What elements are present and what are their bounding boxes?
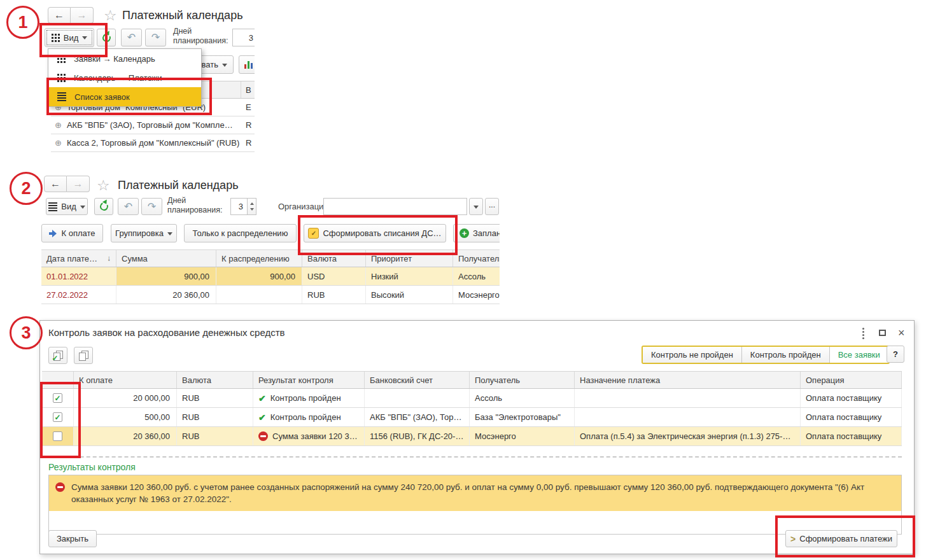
col-payment-purpose[interactable]: Назначение платежа: [575, 372, 801, 388]
table-row-highlighted[interactable]: 20 360,00 RUB Сумма заявки 120 3… 1156 (…: [42, 427, 902, 446]
maximize-icon[interactable]: [879, 330, 886, 336]
redo-button[interactable]: ↷: [141, 198, 162, 215]
undo-button[interactable]: ↶: [118, 198, 139, 215]
cell-distribution[interactable]: 900,00: [216, 267, 302, 285]
cell-payment-purpose[interactable]: Оплата (п.5.4) за Электрическая энергия …: [575, 427, 801, 445]
cell-operation[interactable]: Оплата поставщику: [801, 389, 902, 407]
col-currency[interactable]: Валюта: [302, 250, 366, 267]
filter-control-failed[interactable]: Контроль не пройден: [643, 347, 742, 363]
col-control-result[interactable]: Результат контроля: [253, 372, 365, 388]
row-checkbox-checked[interactable]: ✓: [53, 412, 62, 422]
cell-sum[interactable]: 900,00: [116, 267, 216, 285]
cell-bank-account[interactable]: 1156 (RUB), ГК ДС-20-…: [365, 427, 470, 445]
cell-operation[interactable]: Оплата поставщику: [801, 408, 902, 426]
favorite-star-icon[interactable]: ☆: [97, 178, 110, 193]
row-checkbox-unchecked[interactable]: [53, 431, 62, 441]
view-menu-button[interactable]: Вид: [46, 198, 88, 215]
table-row[interactable]: 27.02.2022 20 360,00 RUB Высокий Мосэнер…: [41, 286, 500, 304]
cell-recipient[interactable]: Мосэнерго: [470, 427, 575, 445]
table-row[interactable]: 01.01.2022 900,00 900,00 USD Низкий Ассо…: [41, 267, 500, 286]
chart-view-button[interactable]: [239, 55, 255, 74]
organizations-input[interactable]: [323, 198, 467, 215]
refresh-button[interactable]: [94, 198, 113, 215]
view-menu-button[interactable]: Вид: [45, 28, 94, 47]
cell-date[interactable]: 01.01.2022: [41, 267, 116, 285]
warning-message-row[interactable]: Сумма заявки 120 360,00 руб. с учетом ра…: [49, 475, 901, 511]
col-payment-date[interactable]: Дата плате…↓: [41, 250, 116, 267]
only-distribution-button[interactable]: Только к распределению: [184, 224, 297, 242]
organizations-browse-button[interactable]: ...: [485, 198, 499, 215]
planning-days-input[interactable]: [230, 198, 248, 215]
cell-sum[interactable]: 20 360,00: [116, 286, 216, 304]
form-writeoffs-button[interactable]: ✓ Сформировать списания ДС…: [304, 224, 446, 242]
cell-recipient[interactable]: Ассоль: [470, 389, 575, 407]
cell-bank-account[interactable]: [365, 389, 470, 407]
cell-recipient[interactable]: Мосэнерго: [453, 286, 500, 304]
back-button[interactable]: ←: [44, 176, 67, 192]
expand-icon[interactable]: ⊕: [55, 139, 62, 147]
cell-currency[interactable]: RUB: [177, 408, 253, 426]
col-priority[interactable]: Приоритет: [366, 250, 453, 267]
more-menu-icon[interactable]: [862, 331, 864, 333]
plan-payment-button[interactable]: + Заплани: [453, 224, 500, 242]
cell-date[interactable]: 27.02.2022: [41, 286, 116, 304]
cell-distribution[interactable]: [216, 286, 302, 304]
table-row[interactable]: ✓ 500,00 RUB ✔Контроль пройден АКБ "ВПБ"…: [42, 408, 902, 427]
cell-priority[interactable]: Низкий: [366, 267, 453, 285]
col-bank-account[interactable]: Банковский счет: [365, 372, 470, 388]
filter-control-passed[interactable]: Контроль пройден: [742, 347, 830, 363]
cell-control-result[interactable]: ✔Контроль пройден: [253, 408, 365, 426]
filter-all-requests[interactable]: Все заявки: [830, 347, 888, 363]
cell-currency[interactable]: RUB: [177, 389, 253, 407]
grouping-button[interactable]: Группировка: [111, 224, 177, 242]
forward-button[interactable]: →: [71, 7, 94, 24]
cell-priority[interactable]: Высокий: [366, 286, 453, 304]
menu-item-calendar-payments[interactable]: Календарь → Платежи: [48, 68, 201, 87]
col-distribution[interactable]: К распределению: [216, 250, 302, 267]
col-operation[interactable]: Операция: [801, 372, 902, 388]
days-spinner[interactable]: [248, 198, 256, 215]
col-currency[interactable]: Валюта: [177, 372, 253, 388]
cell-to-pay[interactable]: 20 360,00: [74, 427, 177, 445]
menu-item-request-list[interactable]: Список заявок: [48, 87, 201, 106]
back-button[interactable]: ←: [48, 7, 71, 24]
col-sum[interactable]: Сумма: [116, 250, 216, 267]
table-row[interactable]: ✓ 20 000,00 RUB ✔Контроль пройден Ассоль…: [42, 389, 902, 408]
col-to-pay[interactable]: К оплате: [74, 372, 177, 388]
cell-operation[interactable]: Оплата поставщику: [801, 427, 902, 445]
col-currency-partial[interactable]: В: [246, 85, 251, 95]
organizations-dropdown-button[interactable]: [469, 198, 483, 215]
cell-to-pay[interactable]: 20 000,00: [74, 389, 177, 407]
undo-button[interactable]: ↶: [121, 29, 142, 46]
help-button[interactable]: ?: [887, 346, 904, 363]
check-all-button[interactable]: ✓: [48, 347, 67, 364]
col-recipient[interactable]: Получатель: [453, 250, 500, 267]
cell-recipient[interactable]: Ассоль: [453, 267, 500, 285]
splitter-handle[interactable]: [42, 456, 902, 458]
redo-button[interactable]: ↷: [145, 29, 166, 46]
col-recipient[interactable]: Получатель: [470, 372, 575, 388]
expand-icon[interactable]: ⊕: [55, 121, 62, 129]
cell-currency[interactable]: RUB: [302, 286, 366, 304]
cell-control-result[interactable]: ✔Контроль пройден: [253, 389, 365, 407]
favorite-star-icon[interactable]: ☆: [104, 8, 117, 23]
forward-button[interactable]: →: [67, 176, 90, 192]
cell-control-result[interactable]: Сумма заявки 120 3…: [253, 427, 365, 445]
cell-recipient[interactable]: База "Электротовары": [470, 408, 575, 426]
cell-currency[interactable]: USD: [302, 267, 366, 285]
table-row[interactable]: ⊕ Касса 2, Торговый дом "Комплексный" (R…: [51, 134, 255, 152]
to-pay-button[interactable]: К оплате: [41, 224, 103, 242]
close-icon[interactable]: ×: [898, 327, 905, 339]
planning-days-input[interactable]: [232, 29, 255, 46]
cell-to-pay[interactable]: 500,00: [74, 408, 177, 426]
form-payments-button[interactable]: > Сформировать платежи: [785, 530, 897, 547]
row-checkbox-checked[interactable]: ✓: [53, 393, 62, 403]
cell-currency[interactable]: RUB: [177, 427, 253, 445]
cell-payment-purpose[interactable]: [575, 389, 801, 407]
uncheck-all-button[interactable]: [74, 347, 93, 364]
cell-bank-account[interactable]: АКБ "ВПБ" (ЗАО), Тор…: [365, 408, 470, 426]
cell-payment-purpose[interactable]: [575, 408, 801, 426]
refresh-button[interactable]: [97, 29, 116, 46]
table-row[interactable]: ⊕ АКБ "ВПБ" (ЗАО), Торговый дом "Компле……: [51, 116, 255, 134]
close-dialog-button[interactable]: Закрыть: [48, 530, 97, 547]
